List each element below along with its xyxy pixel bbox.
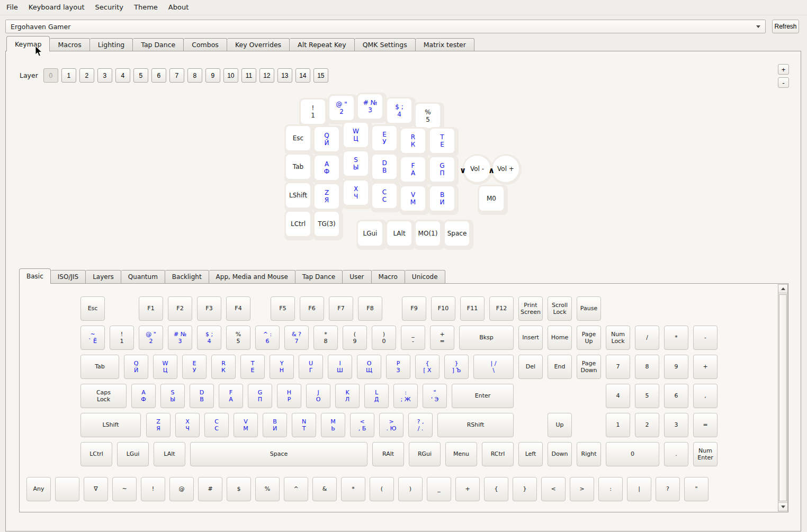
picker-key-f5[interactable]: F5 — [271, 296, 295, 321]
picker-key-9[interactable]: 9 — [664, 355, 688, 379]
picker-tab-backlight[interactable]: Backlight — [165, 270, 209, 284]
keymap-key-4[interactable]: $ ;4 — [385, 97, 416, 127]
zoom-out-button[interactable]: - — [778, 77, 789, 88]
picker-key-b-и[interactable]: BИ — [263, 413, 287, 437]
picker-key-bksp[interactable]: Bksp — [459, 326, 514, 350]
picker-key-pause[interactable]: Pause — [577, 296, 601, 321]
picker-key-f3[interactable]: F3 — [197, 296, 221, 321]
picker-key-c-с[interactable]: CС — [204, 413, 229, 437]
layer-button-7[interactable]: 7 — [169, 68, 184, 83]
picker-key-blank[interactable]: > — [570, 477, 594, 501]
picker-key-2[interactable]: 2 — [635, 413, 659, 437]
picker-key-blank[interactable]: @ — [169, 477, 194, 501]
layer-button-8[interactable]: 8 — [187, 68, 202, 83]
picker-key-4[interactable]: 4 — [606, 384, 630, 408]
picker-key-blank[interactable]: ^ — [284, 477, 308, 501]
device-select[interactable]: Ergohaven Gamer — [5, 20, 766, 33]
picker-key-blank[interactable]: | — [627, 477, 651, 501]
picker-key-h-р[interactable]: HР — [277, 384, 301, 408]
keymap-key-2[interactable]: @ "2 — [328, 94, 358, 124]
keymap-key-z-я[interactable]: ZЯ — [313, 183, 343, 213]
tab-key-overrides[interactable]: Key Overrides — [227, 38, 290, 51]
encoder-vol[interactable]: Vol + — [491, 154, 522, 185]
picker-key-blank[interactable]: | /\ — [473, 355, 514, 379]
picker-key-6[interactable]: 6 — [664, 384, 688, 408]
picker-key-i-ш[interactable]: IШ — [328, 355, 352, 379]
menu-item-keyboard-layout[interactable]: Keyboard layout — [28, 2, 88, 13]
layer-button-12[interactable]: 12 — [259, 68, 274, 83]
keymap-key-w-ц[interactable]: WЦ — [342, 121, 372, 151]
picker-key-blank[interactable]: : — [598, 477, 623, 501]
picker-tab-user[interactable]: User — [343, 270, 371, 284]
picker-key-rshift[interactable]: RShift — [437, 413, 514, 437]
picker-key-lalt[interactable]: LAlt — [154, 442, 185, 466]
picker-key-f8[interactable]: F8 — [358, 296, 382, 321]
picker-key-blank[interactable]: _- — [401, 326, 425, 350]
picker-key-ю[interactable]: >. Ю — [379, 413, 403, 437]
picker-key-g-п[interactable]: GП — [248, 384, 272, 408]
picker-key-page-up[interactable]: PageUp — [577, 326, 601, 350]
keymap-key-c-с[interactable]: CС — [371, 182, 401, 212]
picker-key-w-ц[interactable]: WЦ — [153, 355, 177, 379]
keymap-key-lctrl[interactable]: LCtrl — [284, 210, 315, 240]
picker-key-page-down[interactable]: PageDown — [577, 355, 601, 379]
keymap-key-lgui[interactable]: LGui — [356, 220, 387, 250]
layer-button-6[interactable]: 6 — [151, 68, 166, 83]
picker-key-print-screen[interactable]: PrintScreen — [518, 296, 543, 321]
layer-button-13[interactable]: 13 — [277, 68, 292, 83]
picker-key-blank[interactable]: / — [635, 326, 659, 350]
picker-key-del[interactable]: Del — [518, 355, 543, 379]
picker-key-7[interactable]: 7 — [606, 355, 630, 379]
picker-tab-macro[interactable]: Macro — [372, 270, 405, 284]
keymap-key-s-ы[interactable]: SЫ — [342, 150, 372, 180]
picker-key-o-щ[interactable]: OЩ — [357, 355, 381, 379]
picker-key-rgui[interactable]: RGui — [409, 442, 441, 466]
keymap-key-mo-1[interactable]: MO(1) — [414, 220, 444, 250]
picker-key-х[interactable]: {[ Х — [415, 355, 440, 379]
picker-tab-layers[interactable]: Layers — [86, 270, 121, 284]
picker-key-blank[interactable]: ∇ — [84, 477, 108, 501]
layer-button-10[interactable]: 10 — [223, 68, 238, 83]
layer-button-5[interactable]: 5 — [133, 68, 148, 83]
tab-keymap[interactable]: Keymap — [6, 36, 50, 51]
keymap-key-tg-3[interactable]: TG(3) — [313, 210, 343, 240]
picker-tab-quantum[interactable]: Quantum — [121, 270, 165, 284]
picker-key-ё[interactable]: ~` Ё — [80, 326, 105, 350]
picker-tab-basic[interactable]: Basic — [19, 268, 51, 284]
keymap-key-m0[interactable]: M0 — [478, 185, 508, 215]
layer-button-9[interactable]: 9 — [205, 68, 220, 83]
picker-key-s-ы[interactable]: SЫ — [160, 384, 185, 408]
picker-key-r-к[interactable]: RК — [211, 355, 236, 379]
picker-key-blank[interactable]: # — [198, 477, 222, 501]
picker-key-blank[interactable]: * — [664, 326, 688, 350]
picker-key-x-ч[interactable]: XЧ — [175, 413, 200, 437]
picker-key-blank[interactable]: , — [693, 384, 718, 408]
picker-key-f10[interactable]: F10 — [431, 296, 455, 321]
picker-key-f1[interactable]: F1 — [139, 296, 163, 321]
layer-button-1[interactable]: 1 — [61, 68, 76, 83]
keymap-key-3[interactable]: # №3 — [356, 93, 387, 123]
menu-item-theme[interactable]: Theme — [133, 2, 161, 13]
picker-key-a-ф[interactable]: AФ — [131, 384, 156, 408]
menu-item-about[interactable]: About — [167, 2, 192, 13]
keymap-key-space[interactable]: Space — [443, 220, 473, 250]
picker-key-f12[interactable]: F12 — [489, 296, 514, 321]
picker-key-m-ь[interactable]: MЬ — [321, 413, 345, 437]
picker-key-num-enter[interactable]: NumEnter — [693, 442, 718, 466]
picker-key-blank[interactable]: } — [513, 477, 537, 501]
picker-key-0[interactable]: 0 — [606, 442, 659, 466]
layer-button-3[interactable]: 3 — [97, 68, 112, 83]
picker-key-blank[interactable]: = — [693, 413, 718, 437]
picker-tab-app-media-and-mouse[interactable]: App, Media and Mouse — [209, 270, 295, 284]
picker-key-v-м[interactable]: VМ — [234, 413, 258, 437]
keymap-key-e-у[interactable]: EУ — [371, 124, 401, 155]
picker-key-8[interactable]: *8 — [313, 326, 338, 350]
picker-key-э[interactable]: "' Э — [423, 384, 447, 408]
picker-key-esc[interactable]: Esc — [80, 296, 105, 321]
picker-key-left[interactable]: Left — [518, 442, 543, 466]
picker-key-9[interactable]: (9 — [343, 326, 367, 350]
picker-key-1[interactable]: !1 — [110, 326, 134, 350]
picker-key-down[interactable]: Down — [548, 442, 572, 466]
tab-combos[interactable]: Combos — [184, 38, 227, 51]
layer-button-11[interactable]: 11 — [241, 68, 256, 83]
